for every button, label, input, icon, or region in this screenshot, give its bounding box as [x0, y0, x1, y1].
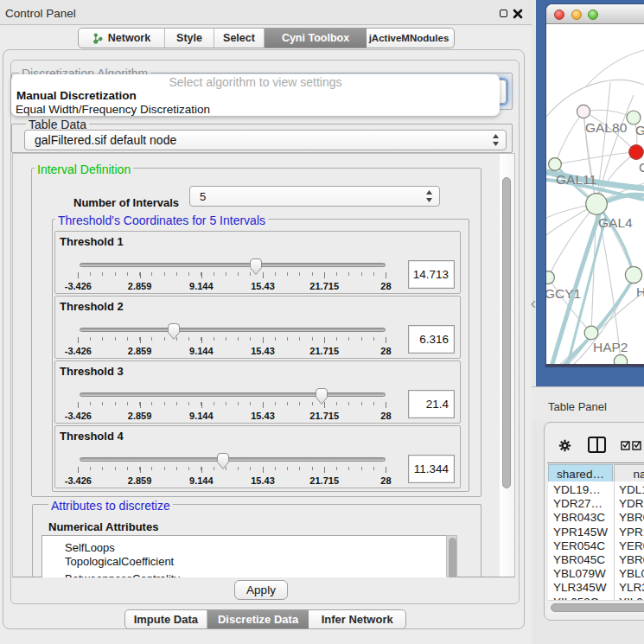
- svg-text:HAP2: HAP2: [593, 340, 628, 354]
- svg-text:GAL80: GAL80: [585, 120, 628, 135]
- svg-text:CY: CY: [639, 160, 644, 175]
- svg-text:GAL4: GAL4: [598, 215, 633, 230]
- svg-text:GA: GA: [635, 123, 644, 137]
- svg-text:GCY1: GCY1: [546, 286, 581, 301]
- svg-text:HA: HA: [636, 284, 644, 299]
- svg-text:GAL11: GAL11: [556, 172, 596, 187]
